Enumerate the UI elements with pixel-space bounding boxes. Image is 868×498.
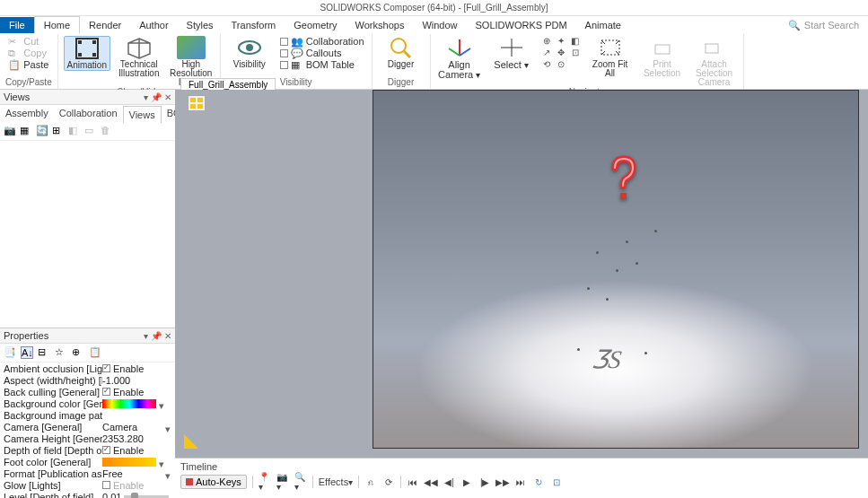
paste-button[interactable]: 📋Paste	[6, 59, 50, 70]
animation-button[interactable]: Animation	[64, 36, 110, 71]
prop-value[interactable]: Enable	[102, 445, 171, 456]
prop-row[interactable]: Camera Height [General]2353.280	[0, 432, 175, 444]
prop-value[interactable]: Enable	[102, 387, 171, 398]
menu-tab-animate[interactable]: Animate	[576, 17, 630, 33]
bom-table-toggle[interactable]: ▦BOM Table	[278, 59, 366, 70]
digger-button[interactable]: Digger	[378, 36, 425, 69]
views-tab-views[interactable]: Views	[123, 106, 162, 123]
views-tool-5[interactable]: ◧	[68, 125, 81, 137]
prop-tool-2[interactable]: A↓	[21, 346, 33, 359]
prop-close-icon[interactable]: ✕	[164, 331, 171, 341]
prop-row[interactable]: Depth of field [Depth of field] Enable	[0, 444, 175, 456]
3d-canvas[interactable]: ƷS	[373, 90, 859, 449]
tl-tool-1[interactable]: ⎌	[364, 476, 377, 488]
prop-value[interactable]: -1.000	[102, 375, 171, 386]
prop-tool-6[interactable]: 📋	[89, 346, 101, 359]
viewport-tool-icon[interactable]	[188, 95, 206, 111]
tl-settings-button[interactable]: ⊡	[550, 476, 563, 488]
key-camera-button[interactable]: 📷▾	[276, 476, 289, 488]
nav-icon-7[interactable]: ⟲	[540, 59, 553, 70]
prop-row[interactable]: Background color [General]▾	[0, 398, 175, 409]
prop-row[interactable]: Level [Depth of field]0.01	[0, 491, 175, 498]
views-tool-3[interactable]: 🔄	[36, 125, 48, 137]
tech-illustration-button[interactable]: Technical Illustration	[116, 36, 162, 78]
resize-handle[interactable]	[184, 434, 198, 449]
panel-close-icon[interactable]: ✕	[164, 92, 171, 102]
document-tab[interactable]: Full_Grill_Assembly	[180, 78, 276, 90]
next-key-button[interactable]: ▶▶	[496, 476, 509, 488]
prop-pin-icon[interactable]: 📌	[151, 331, 162, 341]
loop-button[interactable]: ↻	[532, 476, 545, 488]
nav-icon-3[interactable]: ◧	[569, 36, 582, 47]
panel-pin-icon[interactable]: 📌	[151, 92, 162, 102]
views-tool-6[interactable]: ▭	[84, 125, 97, 137]
select-button[interactable]: Select ▾	[488, 36, 535, 87]
menu-tab-transform[interactable]: Transform	[223, 17, 285, 33]
next-frame-button[interactable]: |▶	[478, 476, 491, 488]
panel-dropdown-icon[interactable]: ▾	[144, 92, 148, 102]
menu-tab-window[interactable]: Window	[413, 17, 466, 33]
prev-key-button[interactable]: ◀◀	[425, 476, 437, 488]
tl-tool-2[interactable]: ⟳	[382, 476, 395, 488]
nav-icon-5[interactable]: ✥	[555, 48, 567, 58]
prop-tool-1[interactable]: 📑	[4, 346, 16, 359]
views-tab-assembly[interactable]: Assembly	[0, 105, 54, 122]
prev-frame-button[interactable]: ◀|	[443, 476, 455, 488]
collaboration-toggle[interactable]: 👥Collaboration	[278, 36, 366, 47]
nav-icon-4[interactable]: ↗	[540, 48, 553, 58]
prop-row[interactable]: Background image path [G…	[0, 409, 175, 421]
prop-value[interactable]: Enable	[102, 363, 171, 374]
prop-value[interactable]: Camera ▾	[102, 422, 171, 432]
menu-tab-styles[interactable]: Styles	[178, 17, 223, 33]
key-location-button[interactable]: 📍▾	[259, 476, 271, 488]
menu-tab-home[interactable]: Home	[34, 16, 80, 34]
prop-row[interactable]: Format [Publication aspect]Free ▾	[0, 467, 175, 479]
prop-tool-4[interactable]: ☆	[55, 346, 67, 359]
cut-button[interactable]: ✂Cut	[6, 36, 50, 47]
views-tool-4[interactable]: ⊞	[52, 125, 65, 137]
viewport[interactable]: ƷS	[184, 90, 859, 449]
zoom-fit-button[interactable]: Zoom Fit All	[587, 36, 634, 87]
menu-tab-render[interactable]: Render	[80, 17, 130, 33]
nav-icon-8[interactable]: ⊙	[555, 59, 567, 70]
prop-row[interactable]: Foot color [General]▾	[0, 456, 175, 467]
key-digger-button[interactable]: 🔍▾	[294, 476, 307, 488]
views-tool-2[interactable]: ▦	[20, 125, 32, 137]
attach-camera-button[interactable]: Attach Selection Camera	[691, 36, 738, 87]
effects-button[interactable]: Effects ▾	[319, 476, 353, 488]
prop-row[interactable]: Glow [Lights] Enable	[0, 479, 175, 491]
prop-row[interactable]: Back culling [General] Enable	[0, 386, 175, 398]
file-menu[interactable]: File	[0, 17, 34, 33]
copy-button[interactable]: ⧉Copy	[6, 48, 50, 58]
views-tool-7[interactable]: 🗑	[101, 125, 113, 137]
prop-row[interactable]: Ambient occlusion [Lights] Enable	[0, 363, 175, 374]
nav-icon-6[interactable]: ⊡	[569, 48, 582, 58]
nav-icon-1[interactable]: ⊕	[540, 36, 553, 47]
prop-value[interactable]: Enable	[102, 480, 171, 491]
prop-row[interactable]: Aspect (width/height) [Pub…-1.000	[0, 374, 175, 386]
visibility-button[interactable]: Visibility	[226, 36, 273, 69]
prop-row[interactable]: Camera [General]Camera ▾	[0, 421, 175, 432]
views-tool-1[interactable]: 📷	[4, 125, 16, 137]
go-start-button[interactable]: ⏮	[407, 476, 419, 488]
menu-tab-author[interactable]: Author	[130, 17, 177, 33]
auto-keys-button[interactable]: Auto-Keys	[180, 475, 247, 489]
callouts-toggle[interactable]: 💬Callouts	[278, 48, 366, 58]
print-selection-button[interactable]: Print Selection	[639, 36, 686, 87]
prop-value[interactable]: ▾	[102, 399, 171, 408]
nav-icon-2[interactable]: ✦	[555, 36, 567, 47]
search-area[interactable]: 🔍 Start Search	[788, 20, 868, 31]
menu-tab-workshops[interactable]: Workshops	[346, 17, 414, 33]
prop-value[interactable]: 2353.280	[102, 433, 171, 444]
menu-tab-solidworks-pdm[interactable]: SOLIDWORKS PDM	[467, 17, 576, 33]
align-camera-button[interactable]: Align Camera ▾	[436, 36, 483, 87]
go-end-button[interactable]: ⏭	[514, 476, 527, 488]
prop-value[interactable]: ▾	[102, 458, 171, 467]
prop-dropdown-icon[interactable]: ▾	[144, 331, 148, 341]
views-tab-collaboration[interactable]: Collaboration	[54, 105, 123, 122]
prop-tool-3[interactable]: ⊟	[38, 346, 50, 359]
play-button[interactable]: ▶	[460, 476, 473, 488]
menu-tab-geometry[interactable]: Geometry	[285, 17, 346, 33]
prop-tool-5[interactable]: ⊕	[72, 346, 84, 359]
prop-value[interactable]: Free ▾	[102, 468, 171, 479]
